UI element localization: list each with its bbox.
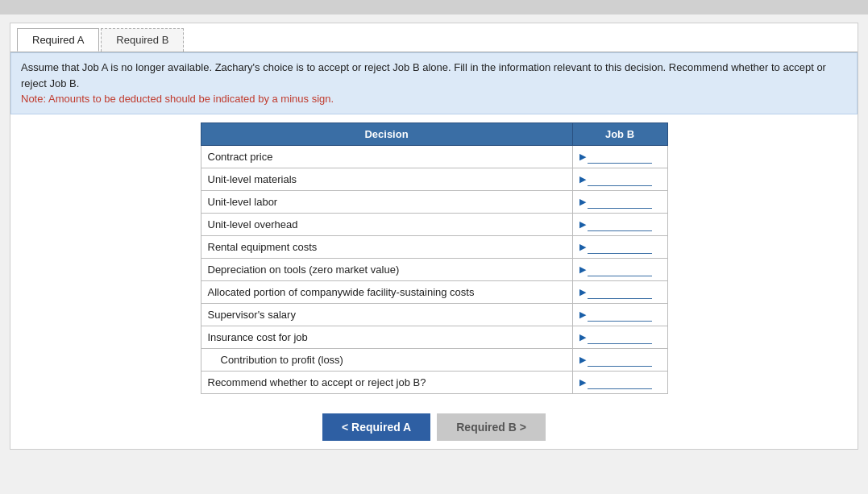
- arrow-icon-4: ▶: [579, 242, 586, 252]
- forward-button[interactable]: Required B >: [437, 413, 546, 441]
- table-row-label-5: Depreciation on tools (zero market value…: [201, 258, 572, 280]
- table-row-input-2[interactable]: ▶: [572, 190, 667, 213]
- arrow-icon-5: ▶: [579, 264, 586, 275]
- table-row-input-3[interactable]: ▶: [572, 213, 667, 235]
- table-row-label-9: Contribution to profit (loss): [201, 348, 572, 371]
- table-row-label-1: Unit-level materials: [201, 168, 572, 190]
- instruction-box: Assume that Job A is no longer available…: [10, 52, 858, 114]
- forward-label: Required B >: [456, 421, 526, 434]
- table-row-label-6: Allocated portion of companywide facilit…: [201, 280, 572, 303]
- table-row-label-0: Contract price: [201, 145, 572, 168]
- cell-input-9[interactable]: [588, 352, 652, 367]
- table-row-input-0[interactable]: ▶: [572, 145, 667, 168]
- arrow-icon-9: ▶: [579, 355, 586, 365]
- cell-input-3[interactable]: [588, 217, 652, 231]
- instruction-note: Note: Amounts to be deducted should be i…: [21, 93, 334, 105]
- back-label: < Required A: [342, 421, 411, 434]
- table-row-input-7[interactable]: ▶: [572, 303, 667, 326]
- arrow-icon-6: ▶: [579, 287, 586, 297]
- tab-required-b[interactable]: Required B: [101, 28, 184, 52]
- table-row-label-4: Rental equipment costs: [201, 235, 572, 258]
- arrow-icon-10: ▶: [579, 377, 586, 388]
- arrow-icon-2: ▶: [579, 197, 586, 207]
- table-row-input-6[interactable]: ▶: [572, 280, 667, 303]
- instruction-main-text: Assume that Job A is no longer available…: [21, 61, 826, 89]
- arrow-icon-8: ▶: [579, 332, 586, 342]
- content-area: Required A Required B Assume that Job A …: [10, 23, 858, 450]
- col-header-decision: Decision: [201, 122, 572, 145]
- tab-required-a[interactable]: Required A: [17, 28, 99, 52]
- table-section: Decision Job B Contract price▶Unit-level…: [10, 122, 858, 402]
- table-row-label-3: Unit-level overhead: [201, 213, 572, 235]
- table-row-label-10: Recommend whether to accept or reject jo…: [201, 371, 572, 393]
- table-row-input-8[interactable]: ▶: [572, 326, 667, 348]
- table-row-input-9[interactable]: ▶: [572, 348, 667, 371]
- top-bar: [0, 0, 868, 15]
- bottom-nav: < Required A Required B >: [10, 402, 858, 449]
- arrow-icon-3: ▶: [579, 219, 586, 230]
- cell-input-8[interactable]: [588, 330, 652, 344]
- table-row-label-7: Supervisor's salary: [201, 303, 572, 326]
- tabs-row: Required A Required B: [10, 23, 858, 52]
- cell-input-7[interactable]: [588, 307, 652, 322]
- arrow-icon-1: ▶: [579, 174, 586, 185]
- arrow-icon-7: ▶: [579, 309, 586, 320]
- arrow-icon-0: ▶: [579, 152, 586, 162]
- cell-input-6[interactable]: [588, 284, 652, 299]
- cell-input-5[interactable]: [588, 262, 652, 276]
- cell-input-4[interactable]: [588, 239, 652, 254]
- decision-table: Decision Job B Contract price▶Unit-level…: [201, 122, 668, 394]
- cell-input-1[interactable]: [588, 172, 652, 186]
- table-row-input-4[interactable]: ▶: [572, 235, 667, 258]
- cell-input-2[interactable]: [588, 194, 652, 209]
- table-row-label-8: Insurance cost for job: [201, 326, 572, 348]
- table-row-input-5[interactable]: ▶: [572, 258, 667, 280]
- table-row-input-10[interactable]: ▶: [572, 371, 667, 393]
- table-row-input-1[interactable]: ▶: [572, 168, 667, 190]
- cell-input-10[interactable]: [588, 375, 652, 389]
- cell-input-0[interactable]: [588, 149, 652, 164]
- page-wrapper: Required A Required B Assume that Job A …: [0, 0, 868, 494]
- col-header-job-b: Job B: [572, 122, 667, 145]
- table-row-label-2: Unit-level labor: [201, 190, 572, 213]
- back-button[interactable]: < Required A: [322, 413, 430, 441]
